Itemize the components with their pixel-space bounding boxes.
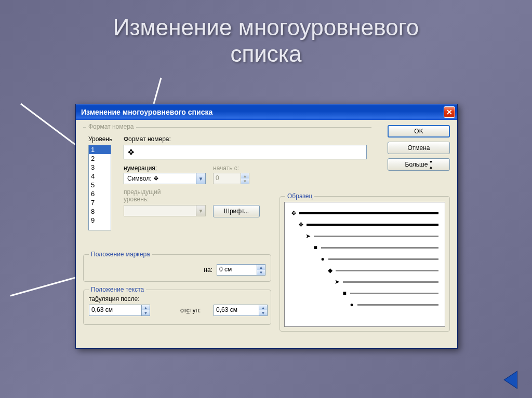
indent-label: отступ: — [180, 307, 201, 314]
format-label: Формат номера: — [124, 135, 171, 143]
dialog-body: OK Отмена Больше ▾▴ Формат номера Уровен… — [76, 120, 457, 348]
dialog-title: Изменение многоуровневого списка — [81, 108, 444, 116]
level-item-4[interactable]: 4 — [89, 172, 111, 181]
number-format-legend: Формат номера — [86, 123, 136, 130]
svg-line-0 — [21, 104, 83, 150]
numbering-combo[interactable]: Символ: ❖ ▼ — [124, 173, 206, 184]
level-item-9[interactable]: 9 — [89, 216, 111, 225]
marker-at-label: на: — [204, 266, 212, 273]
level-item-2[interactable]: 2 — [89, 154, 111, 163]
numbering-value: Символ: ❖ — [124, 175, 196, 182]
font-button[interactable]: Шрифт... — [213, 205, 260, 217]
sample-preview: ❖ ❖ ➤ ■ ● ◆ ➤ ■ ● — [284, 202, 445, 327]
tab-after-label: табуляция после: — [89, 295, 139, 303]
text-position-group: Положение текста табуляция после: 0,63 с… — [83, 286, 271, 325]
marker-at-value: 0 см — [217, 265, 257, 275]
start-at-spinner: 0 ▲▼ — [213, 173, 249, 184]
numbering-label: нумерация: — [124, 164, 157, 172]
level-item-5[interactable]: 5 — [89, 181, 111, 189]
cancel-button[interactable]: Отмена — [388, 142, 450, 154]
expand-icon: ▾▴ — [430, 159, 432, 170]
spinner-buttons: ▲▼ — [241, 173, 249, 184]
more-button[interactable]: Больше ▾▴ — [388, 158, 450, 171]
level-label: Уровень — [88, 135, 112, 143]
level-item-8[interactable]: 8 — [89, 207, 111, 216]
spinner-buttons[interactable]: ▲▼ — [257, 265, 265, 275]
close-icon: ✕ — [446, 108, 453, 116]
indent-spinner[interactable]: 0,63 см ▲▼ — [214, 305, 268, 316]
tab-after-value: 0,63 см — [89, 305, 141, 315]
previous-level-combo: ▼ — [124, 205, 206, 216]
titlebar: Изменение многоуровневого списка ✕ — [76, 104, 457, 120]
chevron-down-icon: ▼ — [196, 205, 205, 216]
tab-after-spinner[interactable]: 0,63 см ▲▼ — [89, 305, 150, 316]
sample-group: Образец ❖ ❖ ➤ ■ ● ◆ ➤ ■ ● — [280, 193, 450, 332]
dialog-window: Изменение многоуровневого списка ✕ OK От… — [75, 104, 458, 349]
level-item-7[interactable]: 7 — [89, 198, 111, 207]
slide-title: Изменение многоуровневого списка — [0, 0, 532, 67]
marker-at-spinner[interactable]: 0 см ▲▼ — [217, 264, 265, 276]
chevron-down-icon[interactable]: ▼ — [196, 173, 205, 184]
start-at-label: начать с: — [213, 164, 239, 172]
spinner-buttons[interactable]: ▲▼ — [141, 305, 150, 315]
dialog-action-buttons: OK Отмена Больше ▾▴ — [388, 125, 450, 171]
sample-legend: Образец — [285, 193, 314, 200]
indent-value: 0,63 см — [214, 305, 259, 315]
svg-marker-6 — [504, 371, 517, 389]
previous-level-label: предыдущий уровень: — [124, 188, 161, 203]
start-at-value: 0 — [214, 173, 241, 184]
level-item-6[interactable]: 6 — [89, 189, 111, 198]
format-input[interactable]: ❖ — [124, 145, 367, 159]
level-item-1[interactable]: 1 — [89, 145, 111, 154]
spinner-buttons[interactable]: ▲▼ — [259, 305, 267, 315]
nav-back-icon[interactable] — [501, 369, 523, 391]
ok-button[interactable]: OK — [388, 125, 450, 138]
level-listbox[interactable]: 1 2 3 4 5 6 7 8 9 — [88, 145, 111, 230]
text-position-legend: Положение текста — [89, 286, 146, 293]
level-item-3[interactable]: 3 — [89, 163, 111, 172]
marker-position-group: Положение маркера на: 0 см ▲▼ — [83, 251, 271, 282]
close-button[interactable]: ✕ — [444, 106, 455, 118]
marker-position-legend: Положение маркера — [89, 251, 152, 258]
